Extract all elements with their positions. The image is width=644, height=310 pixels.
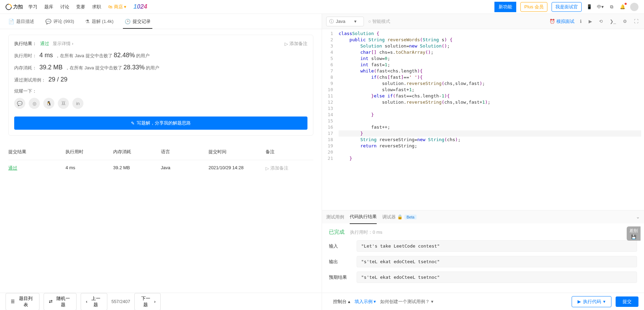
logo-icon: [4, 2, 13, 11]
nav-jobs[interactable]: 求职: [92, 4, 101, 10]
console-toggle[interactable]: 控制台 ▴: [333, 299, 350, 305]
playground-icon[interactable]: ⧉: [608, 3, 615, 10]
memory: 39.2 MB: [39, 64, 63, 71]
input-label: 输入: [329, 243, 350, 249]
logo-text: 力扣: [13, 4, 23, 10]
nav-contest[interactable]: 竞赛: [76, 4, 85, 10]
write-solution-button[interactable]: ✎ 写题解，分享我的解题思路: [14, 117, 307, 130]
submission-history: 提交结果 执行用时 内存消耗 语言 提交时间 备注 通过 4 ms 39.2 M…: [8, 144, 313, 176]
run-code-button[interactable]: ▶ 执行代码 ▾: [572, 296, 611, 307]
share-weibo-icon[interactable]: ◎: [29, 98, 40, 109]
new-feature-button[interactable]: 新功能: [494, 2, 516, 12]
info-icon[interactable]: ℹ: [579, 17, 583, 25]
share-wechat-icon[interactable]: 💬: [14, 98, 25, 109]
result-link[interactable]: 通过: [8, 165, 17, 171]
result-label: 执行结果：: [14, 41, 37, 47]
tab-solutions[interactable]: ⚗题解 (1.4k): [80, 14, 119, 29]
nav-learn[interactable]: 学习: [28, 4, 37, 10]
problem-counter: 557/2407: [111, 299, 130, 304]
tab-description[interactable]: 📄题目描述: [3, 14, 40, 29]
share-label: 炫耀一下：: [14, 88, 37, 94]
submit-button[interactable]: 提交: [616, 296, 638, 307]
nav-shop[interactable]: 🛍 商店 ▾: [108, 4, 126, 10]
result-card: 执行结果： 通过 显示详情 › ▷ 添加备注 执行用时： 4 ms ，在所有 J…: [8, 35, 313, 136]
diff-float-button[interactable]: 差别💾: [627, 226, 641, 241]
share-linkedin-icon[interactable]: in: [72, 98, 83, 109]
output-value: "s'teL ekat edoCteeL tsetnoc": [357, 256, 637, 267]
plus-button[interactable]: Plus 会员: [520, 2, 547, 12]
exec-time: 4 ms: [39, 52, 53, 59]
event-logo[interactable]: 1024: [133, 3, 147, 10]
settings-icon[interactable]: ⚙: [621, 17, 628, 25]
language-switch[interactable]: 中 ▾: [597, 3, 604, 10]
expected-label: 预期结果: [329, 274, 350, 281]
tab-comments[interactable]: 💬评论 (993): [40, 14, 80, 29]
notifications-icon[interactable]: 🔔: [619, 3, 626, 10]
add-note-link[interactable]: ▷ 添加备注: [285, 41, 307, 47]
status-badge: 通过: [40, 41, 49, 47]
fullscreen-icon[interactable]: ⛶: [633, 17, 640, 25]
interviewer-button[interactable]: 我是面试官: [552, 2, 582, 12]
console-collapse-icon[interactable]: ⌄: [636, 214, 640, 219]
next-button[interactable]: 下一题 ›: [134, 293, 161, 310]
output-label: 输出: [329, 259, 350, 265]
run-icon[interactable]: ▶: [587, 17, 593, 25]
share-qq-icon[interactable]: 🐧: [43, 98, 54, 109]
table-row[interactable]: 通过 4 ms 39.2 MB Java 2021/10/29 14:28 ▷ …: [8, 160, 313, 176]
console-tab-result[interactable]: 代码执行结果: [350, 210, 377, 224]
expected-value: "s'teL ekat edoCteeL tsetnoc": [357, 272, 637, 283]
nav-discuss[interactable]: 讨论: [60, 4, 69, 10]
prev-button[interactable]: ‹ 上一题: [81, 293, 107, 310]
language-select[interactable]: ⓘ Java ▾: [326, 17, 364, 26]
fill-example-link[interactable]: 填入示例 ▾: [355, 299, 376, 305]
code-editor[interactable]: 123456789101112131415161718192021 classS…: [322, 29, 644, 210]
exec-time-pct: 82.48%: [114, 52, 135, 59]
nav-problems[interactable]: 题库: [44, 4, 53, 10]
row-add-note[interactable]: ▷ 添加备注: [266, 165, 313, 171]
tab-submissions[interactable]: 🕑提交记录: [119, 14, 156, 29]
logo[interactable]: 力扣: [6, 4, 23, 10]
avatar[interactable]: [630, 3, 638, 11]
problem-list-button[interactable]: ☰ 题目列表: [6, 293, 39, 310]
mobile-icon[interactable]: 📱: [586, 3, 593, 10]
terminal-icon[interactable]: ❯_: [608, 17, 617, 25]
random-button[interactable]: ⇄ 随机一题: [44, 293, 77, 310]
input-value: "Let's take LeetCode contest": [357, 240, 637, 252]
smart-mode-toggle[interactable]: ○ 智能模式: [368, 18, 390, 25]
memory-pct: 28.33%: [124, 64, 145, 71]
reset-icon[interactable]: ⟲: [598, 17, 604, 25]
show-detail-link[interactable]: 显示详情 ›: [53, 41, 73, 47]
mock-interview-link[interactable]: ⏰ 模拟面试: [549, 18, 574, 25]
console-status: 已完成: [329, 229, 345, 235]
help-link[interactable]: 如何创建一个测试用例？ ▾: [380, 299, 433, 305]
share-douban-icon[interactable]: 豆: [58, 98, 69, 109]
console-tab-debugger[interactable]: 调试器 🔒 Beta: [382, 210, 417, 224]
testcases-passed: 29 / 29: [48, 76, 68, 83]
console-tab-testcase[interactable]: 测试用例: [326, 210, 344, 224]
